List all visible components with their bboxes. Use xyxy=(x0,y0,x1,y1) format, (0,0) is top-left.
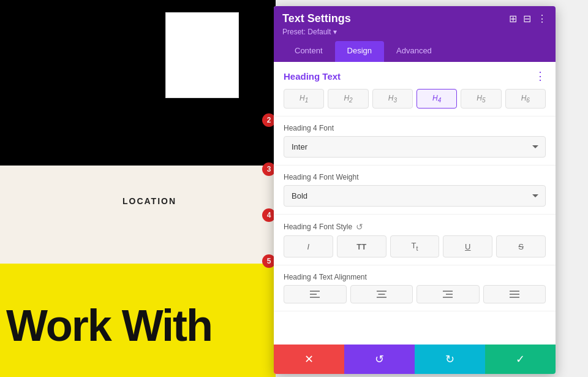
svg-rect-10 xyxy=(510,294,519,295)
panel-header-icons: ⊞ ⊟ ⋮ xyxy=(509,13,547,25)
heading4-font-label: Heading 4 Font xyxy=(284,124,546,132)
white-card xyxy=(165,12,239,98)
h6-button[interactable]: H6 xyxy=(505,89,546,109)
style-buttons-group: I TT Tt U S xyxy=(284,235,546,257)
section-header: Heading Text ⋮ xyxy=(284,69,546,83)
tab-advanced[interactable]: Advanced xyxy=(384,41,444,62)
align-center-button[interactable] xyxy=(350,285,413,303)
panel-body: Heading Text ⋮ H1 H2 H3 H4 H5 H6 Heading… xyxy=(274,62,556,345)
svg-rect-2 xyxy=(310,297,320,298)
heading-text-section: Heading Text ⋮ H1 H2 H3 H4 H5 H6 xyxy=(274,62,556,116)
underline-button[interactable]: U xyxy=(443,235,492,257)
align-right-button[interactable] xyxy=(417,285,480,303)
more-options-icon[interactable]: ⋮ xyxy=(537,13,547,25)
uppercase-button[interactable]: TT xyxy=(337,235,386,257)
grid-icon[interactable]: ⊟ xyxy=(523,13,531,25)
work-with-label: Work With xyxy=(6,300,212,351)
heading4-font-section: Heading 4 Font Inter Roboto Open Sans La… xyxy=(274,116,556,166)
h-buttons-group: H1 H2 H3 H4 H5 H6 xyxy=(284,89,546,109)
align-left-button[interactable] xyxy=(284,285,347,303)
heading4-style-section: Heading 4 Font Style ↺ I TT Tt U S xyxy=(274,215,556,265)
svg-rect-0 xyxy=(310,291,320,292)
heading4-weight-select[interactable]: Thin Light Regular Bold Extra Bold xyxy=(284,185,546,207)
svg-rect-3 xyxy=(377,291,386,292)
h2-button[interactable]: H2 xyxy=(328,89,368,109)
heading4-weight-label: Heading 4 Font Weight xyxy=(284,173,546,181)
location-label: LOCATION xyxy=(123,196,176,206)
reset-button[interactable]: ↺ xyxy=(344,345,415,374)
svg-rect-7 xyxy=(446,294,453,295)
align-justify-button[interactable] xyxy=(483,285,546,303)
italic-button[interactable]: I xyxy=(284,235,333,257)
panel-tabs: Content Design Advanced xyxy=(282,41,547,62)
h4-button[interactable]: H4 xyxy=(417,89,457,109)
h3-button[interactable]: H3 xyxy=(372,89,413,109)
heading4-style-label: Heading 4 Font Style ↺ xyxy=(284,222,546,232)
heading4-font-select[interactable]: Inter Roboto Open Sans Lato xyxy=(284,136,546,158)
capitalize-button[interactable]: Tt xyxy=(390,235,440,257)
align-buttons-group xyxy=(284,285,546,303)
text-settings-panel: Text Settings ⊞ ⊟ ⋮ Preset: Default ▾ Co… xyxy=(274,6,556,374)
panel-header-top: Text Settings ⊞ ⊟ ⋮ xyxy=(282,12,547,25)
section-menu-icon[interactable]: ⋮ xyxy=(535,69,546,83)
svg-rect-1 xyxy=(310,294,317,295)
svg-rect-6 xyxy=(443,291,453,292)
cancel-button[interactable]: ✕ xyxy=(274,345,344,374)
tab-design[interactable]: Design xyxy=(335,41,384,62)
svg-rect-8 xyxy=(443,297,453,298)
style-reset-icon[interactable]: ↺ xyxy=(356,222,363,232)
panel-header: Text Settings ⊞ ⊟ ⋮ Preset: Default ▾ Co… xyxy=(274,6,556,62)
heading4-alignment-section: Heading 4 Text Alignment xyxy=(274,265,556,311)
h5-button[interactable]: H5 xyxy=(461,89,501,109)
svg-rect-9 xyxy=(510,291,519,292)
heading4-alignment-label: Heading 4 Text Alignment xyxy=(284,273,546,281)
svg-rect-5 xyxy=(377,297,386,298)
background-middle xyxy=(0,166,276,264)
panel-title: Text Settings xyxy=(282,12,351,25)
redo-button[interactable]: ↻ xyxy=(415,345,485,374)
panel-footer: ✕ ↺ ↻ ✓ xyxy=(274,345,556,374)
save-button[interactable]: ✓ xyxy=(485,345,556,374)
h1-button[interactable]: H1 xyxy=(284,89,324,109)
section-title: Heading Text xyxy=(284,71,341,82)
svg-rect-11 xyxy=(510,297,519,298)
svg-rect-4 xyxy=(378,294,385,295)
heading4-weight-section: Heading 4 Font Weight Thin Light Regular… xyxy=(274,166,556,215)
panel-preset[interactable]: Preset: Default ▾ xyxy=(282,28,547,36)
tab-content[interactable]: Content xyxy=(282,41,335,62)
responsive-icon[interactable]: ⊞ xyxy=(509,13,517,25)
strikethrough-button[interactable]: S xyxy=(496,235,546,257)
